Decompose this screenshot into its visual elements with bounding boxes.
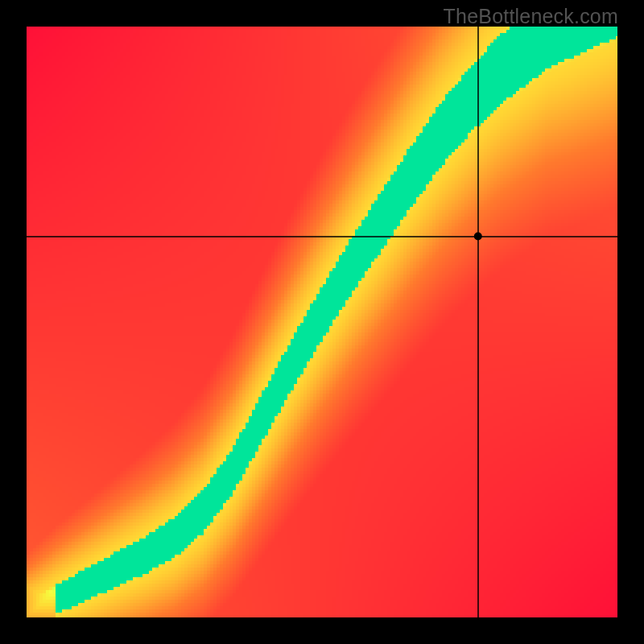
overlay-canvas bbox=[27, 27, 617, 617]
watermark-text: TheBottleneck.com bbox=[444, 5, 618, 28]
plot-area bbox=[27, 27, 617, 617]
outer-frame: TheBottleneck.com bbox=[0, 0, 644, 644]
